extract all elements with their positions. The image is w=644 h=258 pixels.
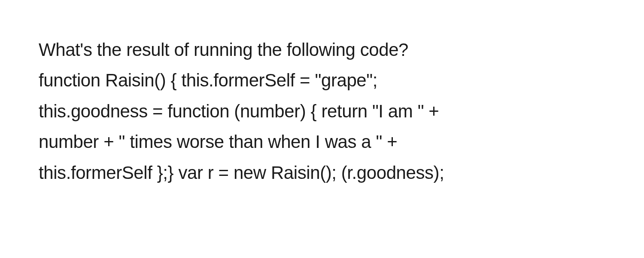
code-line-3: number + " times worse than when I was a… <box>39 126 605 157</box>
code-line-4: this.formerSelf };} var r = new Raisin()… <box>39 157 605 188</box>
code-line-2: this.goodness = function (number) { retu… <box>39 96 605 126</box>
code-line-1: function Raisin() { this.formerSelf = "g… <box>39 65 605 95</box>
question-block: What's the result of running the followi… <box>39 34 605 188</box>
question-prompt: What's the result of running the followi… <box>39 34 605 65</box>
